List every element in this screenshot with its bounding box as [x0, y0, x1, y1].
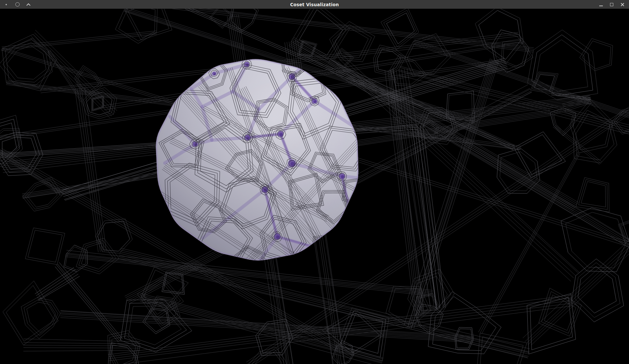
close-button[interactable] — [619, 1, 626, 8]
close-icon — [620, 3, 624, 7]
titlebar: Coset Visualization — [0, 0, 629, 9]
minimize-icon — [599, 6, 603, 6]
circle-icon — [15, 2, 20, 7]
maximize-button[interactable] — [608, 1, 615, 8]
chevron-up-button[interactable] — [25, 1, 32, 8]
titlebar-right-controls — [598, 1, 629, 8]
maximize-icon — [610, 3, 613, 6]
dot-icon — [6, 4, 7, 5]
titlebar-left-controls — [0, 1, 32, 8]
render-viewport[interactable] — [0, 9, 629, 364]
window-title: Coset Visualization — [0, 2, 629, 7]
minimize-button[interactable] — [598, 1, 604, 8]
menu-dot-icon[interactable] — [3, 1, 9, 8]
chevron-up-icon — [26, 3, 31, 6]
coset-3d-scene — [0, 9, 629, 364]
app-window: Coset Visualization — [0, 0, 629, 364]
record-circle-icon[interactable] — [14, 1, 21, 8]
